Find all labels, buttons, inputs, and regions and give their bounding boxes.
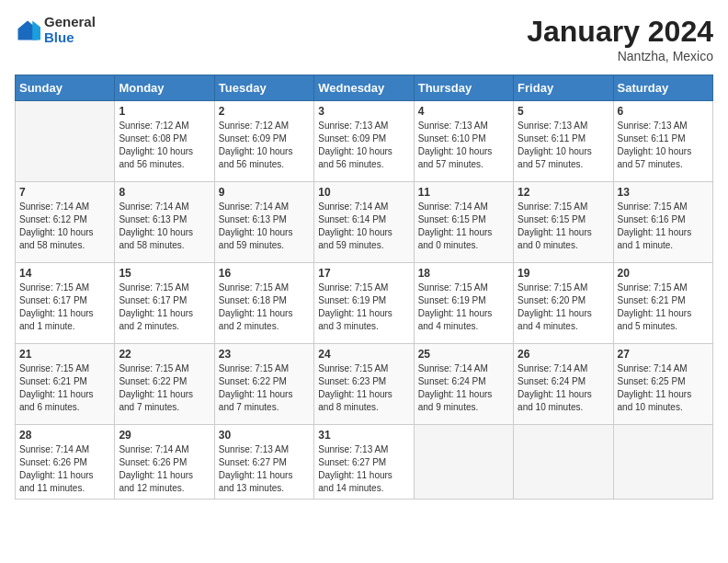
calendar-cell: 6Sunrise: 7:13 AM Sunset: 6:11 PM Daylig… <box>613 101 712 182</box>
day-info: Sunrise: 7:15 AM Sunset: 6:19 PM Dayligh… <box>418 282 509 333</box>
logo-line1: General <box>44 15 96 30</box>
calendar-cell: 16Sunrise: 7:15 AM Sunset: 6:18 PM Dayli… <box>214 263 313 344</box>
calendar-cell: 25Sunrise: 7:14 AM Sunset: 6:24 PM Dayli… <box>414 344 513 425</box>
calendar-cell <box>16 101 115 182</box>
calendar-week-row: 14Sunrise: 7:15 AM Sunset: 6:17 PM Dayli… <box>16 263 713 344</box>
day-number: 12 <box>518 186 609 199</box>
calendar-cell: 12Sunrise: 7:15 AM Sunset: 6:15 PM Dayli… <box>514 182 613 263</box>
calendar-cell: 19Sunrise: 7:15 AM Sunset: 6:20 PM Dayli… <box>514 263 613 344</box>
day-number: 18 <box>418 267 509 280</box>
day-number: 17 <box>318 267 409 280</box>
day-info: Sunrise: 7:15 AM Sunset: 6:15 PM Dayligh… <box>518 201 609 252</box>
day-info: Sunrise: 7:14 AM Sunset: 6:26 PM Dayligh… <box>19 443 110 495</box>
day-info: Sunrise: 7:15 AM Sunset: 6:16 PM Dayligh… <box>618 201 709 252</box>
day-info: Sunrise: 7:13 AM Sunset: 6:09 PM Dayligh… <box>318 120 409 171</box>
day-number: 25 <box>418 348 509 361</box>
calendar-week-row: 1Sunrise: 7:12 AM Sunset: 6:08 PM Daylig… <box>16 101 713 182</box>
day-info: Sunrise: 7:14 AM Sunset: 6:13 PM Dayligh… <box>119 201 210 252</box>
day-info: Sunrise: 7:14 AM Sunset: 6:24 PM Dayligh… <box>418 362 509 414</box>
logo-icon <box>15 17 40 43</box>
calendar-cell: 27Sunrise: 7:14 AM Sunset: 6:25 PM Dayli… <box>613 344 712 425</box>
day-number: 14 <box>19 267 110 280</box>
day-info: Sunrise: 7:15 AM Sunset: 6:19 PM Dayligh… <box>318 282 409 333</box>
day-info: Sunrise: 7:12 AM Sunset: 6:08 PM Dayligh… <box>119 120 210 171</box>
day-info: Sunrise: 7:14 AM Sunset: 6:15 PM Dayligh… <box>418 201 509 252</box>
calendar-cell: 5Sunrise: 7:13 AM Sunset: 6:11 PM Daylig… <box>514 101 613 182</box>
day-number: 7 <box>19 186 110 199</box>
calendar-cell: 10Sunrise: 7:14 AM Sunset: 6:14 PM Dayli… <box>314 182 414 263</box>
day-number: 3 <box>318 105 409 118</box>
calendar-cell: 17Sunrise: 7:15 AM Sunset: 6:19 PM Dayli… <box>314 263 414 344</box>
weekday-header: Wednesday <box>314 75 414 101</box>
day-info: Sunrise: 7:15 AM Sunset: 6:22 PM Dayligh… <box>119 362 210 414</box>
day-number: 24 <box>318 348 409 361</box>
calendar-cell: 20Sunrise: 7:15 AM Sunset: 6:21 PM Dayli… <box>613 263 712 344</box>
day-info: Sunrise: 7:13 AM Sunset: 6:11 PM Dayligh… <box>618 120 709 171</box>
day-info: Sunrise: 7:15 AM Sunset: 6:17 PM Dayligh… <box>119 282 210 333</box>
day-info: Sunrise: 7:14 AM Sunset: 6:14 PM Dayligh… <box>318 201 409 252</box>
calendar-cell: 22Sunrise: 7:15 AM Sunset: 6:22 PM Dayli… <box>115 344 214 425</box>
day-info: Sunrise: 7:13 AM Sunset: 6:27 PM Dayligh… <box>219 443 310 495</box>
weekday-header: Thursday <box>414 75 513 101</box>
weekday-header: Sunday <box>16 75 115 101</box>
weekday-header: Monday <box>115 75 214 101</box>
calendar-cell: 26Sunrise: 7:14 AM Sunset: 6:24 PM Dayli… <box>514 344 613 425</box>
calendar-week-row: 28Sunrise: 7:14 AM Sunset: 6:26 PM Dayli… <box>16 425 713 500</box>
calendar-cell: 13Sunrise: 7:15 AM Sunset: 6:16 PM Dayli… <box>613 182 712 263</box>
day-info: Sunrise: 7:14 AM Sunset: 6:26 PM Dayligh… <box>119 443 210 495</box>
calendar-cell: 23Sunrise: 7:15 AM Sunset: 6:22 PM Dayli… <box>214 344 313 425</box>
day-number: 16 <box>219 267 310 280</box>
day-number: 6 <box>618 105 709 118</box>
calendar-cell: 21Sunrise: 7:15 AM Sunset: 6:21 PM Dayli… <box>16 344 115 425</box>
day-number: 23 <box>219 348 310 361</box>
day-number: 31 <box>318 429 409 442</box>
day-info: Sunrise: 7:14 AM Sunset: 6:25 PM Dayligh… <box>618 362 709 414</box>
svg-marker-1 <box>32 20 40 40</box>
day-info: Sunrise: 7:15 AM Sunset: 6:21 PM Dayligh… <box>618 282 709 333</box>
calendar-cell <box>514 425 613 500</box>
calendar-cell: 29Sunrise: 7:14 AM Sunset: 6:26 PM Dayli… <box>115 425 214 500</box>
calendar-cell: 30Sunrise: 7:13 AM Sunset: 6:27 PM Dayli… <box>214 425 313 500</box>
logo-line2: Blue <box>44 30 96 46</box>
day-number: 1 <box>119 105 210 118</box>
day-number: 27 <box>618 348 709 361</box>
day-number: 30 <box>219 429 310 442</box>
calendar-cell <box>414 425 513 500</box>
calendar-table: SundayMondayTuesdayWednesdayThursdayFrid… <box>15 75 713 500</box>
day-number: 26 <box>518 348 609 361</box>
calendar-week-row: 7Sunrise: 7:14 AM Sunset: 6:12 PM Daylig… <box>16 182 713 263</box>
day-number: 11 <box>418 186 509 199</box>
day-info: Sunrise: 7:15 AM Sunset: 6:20 PM Dayligh… <box>518 282 609 333</box>
page-header: General Blue January 2024 Nantzha, Mexic… <box>15 15 713 63</box>
calendar-cell <box>613 425 712 500</box>
weekday-header: Saturday <box>613 75 712 101</box>
day-info: Sunrise: 7:14 AM Sunset: 6:13 PM Dayligh… <box>219 201 310 252</box>
calendar-cell: 8Sunrise: 7:14 AM Sunset: 6:13 PM Daylig… <box>115 182 214 263</box>
location: Nantzha, Mexico <box>527 49 713 63</box>
day-number: 20 <box>618 267 709 280</box>
calendar-cell: 9Sunrise: 7:14 AM Sunset: 6:13 PM Daylig… <box>214 182 313 263</box>
calendar-cell: 15Sunrise: 7:15 AM Sunset: 6:17 PM Dayli… <box>115 263 214 344</box>
title-block: January 2024 Nantzha, Mexico <box>527 15 713 63</box>
day-info: Sunrise: 7:14 AM Sunset: 6:24 PM Dayligh… <box>518 362 609 414</box>
calendar-cell: 31Sunrise: 7:13 AM Sunset: 6:27 PM Dayli… <box>314 425 414 500</box>
day-info: Sunrise: 7:15 AM Sunset: 6:23 PM Dayligh… <box>318 362 409 414</box>
weekday-header: Friday <box>514 75 613 101</box>
calendar-cell: 11Sunrise: 7:14 AM Sunset: 6:15 PM Dayli… <box>414 182 513 263</box>
day-info: Sunrise: 7:13 AM Sunset: 6:11 PM Dayligh… <box>518 120 609 171</box>
day-number: 29 <box>119 429 210 442</box>
day-number: 2 <box>219 105 310 118</box>
day-number: 10 <box>318 186 409 199</box>
day-number: 4 <box>418 105 509 118</box>
day-info: Sunrise: 7:13 AM Sunset: 6:10 PM Dayligh… <box>418 120 509 171</box>
day-number: 9 <box>219 186 310 199</box>
calendar-cell: 14Sunrise: 7:15 AM Sunset: 6:17 PM Dayli… <box>16 263 115 344</box>
calendar-cell: 7Sunrise: 7:14 AM Sunset: 6:12 PM Daylig… <box>16 182 115 263</box>
day-info: Sunrise: 7:15 AM Sunset: 6:21 PM Dayligh… <box>19 362 110 414</box>
day-info: Sunrise: 7:15 AM Sunset: 6:22 PM Dayligh… <box>219 362 310 414</box>
weekday-header: Tuesday <box>214 75 313 101</box>
calendar-cell: 18Sunrise: 7:15 AM Sunset: 6:19 PM Dayli… <box>414 263 513 344</box>
day-number: 21 <box>19 348 110 361</box>
day-info: Sunrise: 7:15 AM Sunset: 6:17 PM Dayligh… <box>19 282 110 333</box>
weekday-header-row: SundayMondayTuesdayWednesdayThursdayFrid… <box>16 75 713 101</box>
